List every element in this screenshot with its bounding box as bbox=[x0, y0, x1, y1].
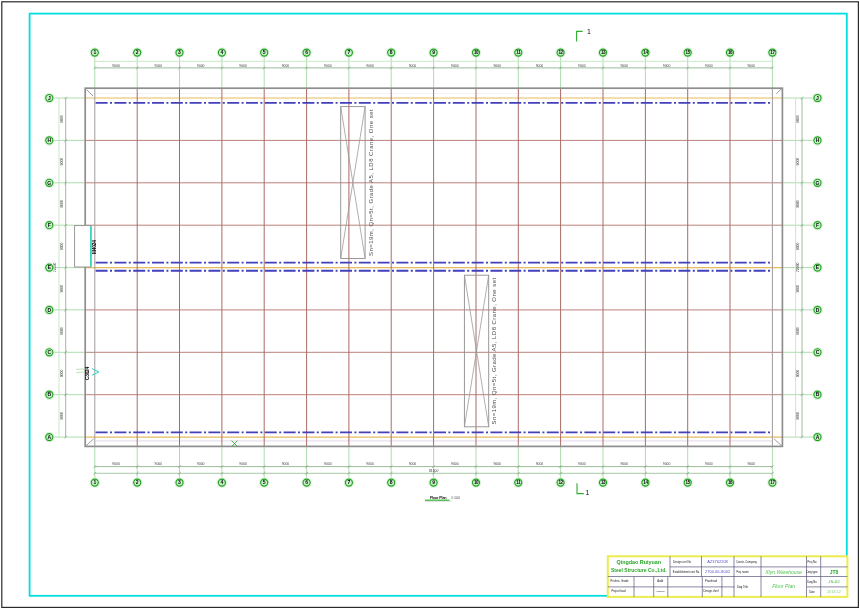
svg-text:Audit: Audit bbox=[657, 579, 663, 583]
svg-text:Establishment cert No: Establishment cert No bbox=[673, 570, 700, 574]
svg-text:Proj name: Proj name bbox=[736, 570, 749, 574]
svg-text:2700.06-S002: 2700.06-S002 bbox=[705, 569, 731, 574]
svg-text:Proofread: Proofread bbox=[705, 579, 717, 583]
svg-text:JS-02: JS-02 bbox=[828, 579, 840, 584]
svg-text:Dwg Title: Dwg Title bbox=[737, 585, 749, 589]
svg-text:Dwg type: Dwg type bbox=[806, 570, 818, 574]
svg-text:Steel Structure Co.,Ltd.: Steel Structure Co.,Ltd. bbox=[611, 567, 667, 573]
svg-text:Date: Date bbox=[809, 590, 815, 594]
svg-text:JT8: JT8 bbox=[830, 569, 839, 575]
svg-text:Constr. Company: Constr. Company bbox=[736, 560, 757, 564]
svg-text:Proj No: Proj No bbox=[808, 560, 817, 564]
svg-text:Floor Plan: Floor Plan bbox=[772, 583, 795, 589]
svg-text:Approve: Approve bbox=[656, 590, 666, 593]
svg-text:Project lead: Project lead bbox=[611, 589, 626, 593]
svg-text:Profess. Grade: Profess. Grade bbox=[610, 579, 629, 583]
svg-text:Design chief: Design chief bbox=[704, 589, 719, 593]
svg-text:Qingdao Ruiyuan: Qingdao Ruiyuan bbox=[616, 559, 661, 565]
svg-text:Dwg No: Dwg No bbox=[807, 580, 817, 584]
svg-text:2018.12: 2018.12 bbox=[827, 589, 841, 594]
svg-text:Xlyn Warehouse: Xlyn Warehouse bbox=[764, 569, 802, 575]
svg-text:A23762208: A23762208 bbox=[707, 559, 728, 564]
svg-text:Design cert No: Design cert No bbox=[673, 560, 691, 564]
